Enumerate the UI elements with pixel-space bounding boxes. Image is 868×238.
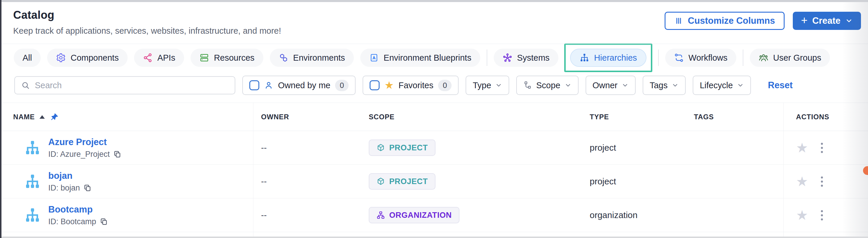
hierarchy-icon (580, 53, 589, 63)
column-header-name[interactable]: NAME (1, 103, 253, 131)
star-icon: ★ (384, 80, 394, 90)
scope-filter-dropdown[interactable]: Scope (516, 76, 578, 95)
reset-filters-link[interactable]: Reset (768, 80, 793, 90)
tab-apis[interactable]: APIs (134, 49, 184, 67)
tab-all[interactable]: All (14, 49, 41, 67)
entity-name-link[interactable]: bojan (48, 170, 92, 181)
kebab-menu-icon[interactable] (819, 141, 825, 155)
tags-filter-dropdown[interactable]: Tags (643, 76, 686, 95)
column-header-scope[interactable]: SCOPE (369, 113, 590, 121)
tab-divider (743, 50, 743, 66)
gear-icon (56, 53, 66, 63)
catalog-tabs: All Components APIs Resources Environmen… (1, 44, 868, 73)
blueprint-icon (369, 53, 379, 63)
owner-value: -- (253, 143, 369, 153)
server-stack-icon (199, 53, 209, 63)
column-header-owner[interactable]: OWNER (253, 113, 369, 121)
copy-icon[interactable] (113, 150, 121, 158)
type-value: organization (590, 210, 693, 220)
scope-badge: ORGANIZATION (369, 207, 460, 223)
copy-icon[interactable] (100, 217, 108, 226)
plus-icon: + (801, 15, 807, 26)
person-icon (264, 81, 273, 90)
entity-id: ID: bojan (48, 184, 80, 192)
favorite-star-button[interactable]: ★ (796, 175, 808, 188)
owned-by-me-filter[interactable]: Owned by me 0 (242, 76, 355, 95)
tab-divider (487, 50, 487, 66)
create-button[interactable]: + Create (793, 12, 861, 30)
bottom-edge-strip (1, 237, 868, 238)
search-box (14, 76, 235, 95)
table-row: Bootcamp ID: Bootcamp -- ORGANIZATION (1, 199, 868, 232)
favorite-star-button[interactable]: ★ (796, 208, 808, 222)
column-header-tags[interactable]: TAGS (693, 113, 783, 121)
org-chart-icon (376, 211, 385, 219)
favorite-star-button[interactable]: ★ (796, 141, 808, 155)
workflow-icon (674, 53, 684, 63)
top-edge-strip (1, 0, 868, 2)
sort-ascending-icon[interactable] (39, 115, 45, 119)
tab-workflows[interactable]: Workflows (665, 49, 736, 67)
favorites-checkbox[interactable] (370, 80, 379, 90)
kebab-menu-icon[interactable] (819, 175, 825, 188)
table-row: bojan ID: bojan -- PROJECT (1, 165, 868, 199)
owned-by-me-count: 0 (335, 80, 348, 91)
chevron-down-icon (845, 17, 853, 25)
table-row: Azure Project ID: Azure_Project -- PROJE… (1, 131, 868, 165)
chevron-down-icon (495, 82, 502, 89)
favorites-filter[interactable]: ★ Favorites 0 (363, 76, 459, 95)
filter-toolbar: Owned by me 0 ★ Favorites 0 Type Scope O… (1, 73, 868, 103)
hierarchy-entity-icon (24, 173, 41, 190)
search-input[interactable] (35, 81, 229, 90)
owner-filter-dropdown[interactable]: Owner (586, 76, 636, 95)
entities-table: NAME OWNER SCOPE TYPE TAGS ACTIONS Azure… (1, 103, 868, 238)
type-value: project (590, 143, 693, 153)
column-header-actions: ACTIONS (783, 103, 868, 131)
chevron-down-icon (737, 82, 744, 89)
tab-components[interactable]: Components (47, 49, 127, 67)
owner-value: -- (253, 210, 369, 220)
customize-columns-button[interactable]: Customize Columns (664, 12, 784, 30)
favorites-count: 0 (438, 80, 452, 91)
tab-user-groups[interactable]: User Groups (750, 49, 830, 67)
column-header-type[interactable]: TYPE (590, 113, 693, 121)
hierarchy-entity-icon (24, 139, 41, 156)
chevron-down-icon (564, 82, 571, 89)
catalog-page: Catalog Keep track of applications, serv… (0, 0, 868, 238)
type-filter-dropdown[interactable]: Type (466, 76, 509, 95)
users-icon (758, 53, 769, 63)
owned-by-me-checkbox[interactable] (249, 80, 259, 90)
columns-icon (674, 17, 683, 25)
header-actions: Customize Columns + Create (664, 12, 861, 30)
page-header: Catalog Keep track of applications, serv… (1, 0, 868, 44)
pin-icon[interactable] (50, 112, 59, 121)
entity-name-link[interactable]: Azure Project (48, 137, 121, 148)
customize-columns-label: Customize Columns (688, 16, 775, 26)
tab-environments[interactable]: Environments (270, 49, 354, 67)
hexagons-icon (279, 53, 288, 63)
search-icon (21, 81, 30, 90)
table-header-row: NAME OWNER SCOPE TYPE TAGS ACTIONS (1, 103, 868, 131)
entity-name-link[interactable]: Bootcamp (48, 204, 108, 215)
type-value: project (590, 177, 693, 186)
cube-icon (376, 143, 385, 152)
hierarchy-entity-icon (24, 207, 41, 223)
chevron-down-icon (672, 82, 679, 89)
entity-id: ID: Azure_Project (48, 150, 110, 159)
kebab-menu-icon[interactable] (819, 208, 825, 222)
hierarchies-highlight-annotation: Hierarchies (564, 43, 652, 72)
owner-value: -- (253, 177, 369, 186)
star-network-icon (502, 53, 513, 63)
tab-resources[interactable]: Resources (190, 49, 264, 67)
tab-systems[interactable]: Systems (494, 49, 558, 67)
entity-id: ID: Bootcamp (48, 217, 96, 226)
copy-icon[interactable] (84, 184, 92, 192)
tab-hierarchies[interactable]: Hierarchies (570, 49, 647, 67)
cube-icon (376, 177, 385, 186)
lifecycle-filter-dropdown[interactable]: Lifecycle (693, 76, 751, 95)
scope-badge: PROJECT (369, 173, 435, 190)
tab-environment-blueprints[interactable]: Environment Blueprints (360, 49, 480, 67)
chevron-down-icon (622, 82, 629, 89)
scope-tree-icon (523, 81, 532, 90)
scope-badge: PROJECT (369, 139, 435, 156)
